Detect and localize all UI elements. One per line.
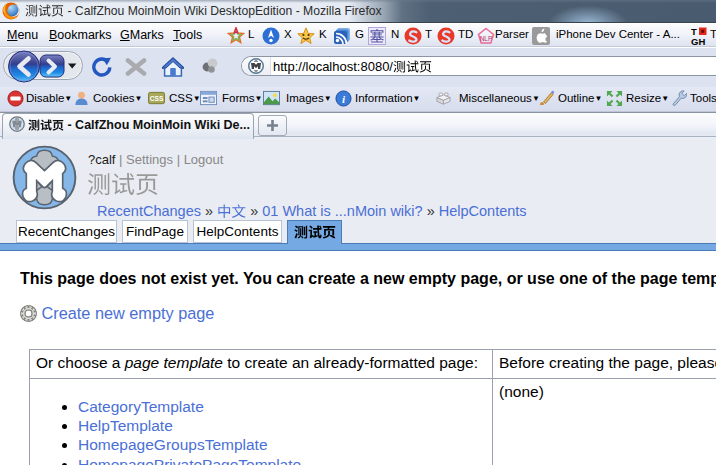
svg-text:GH: GH [691,36,705,46]
svg-text:CSS: CSS [150,95,164,102]
svg-text:NLP: NLP [480,35,493,42]
